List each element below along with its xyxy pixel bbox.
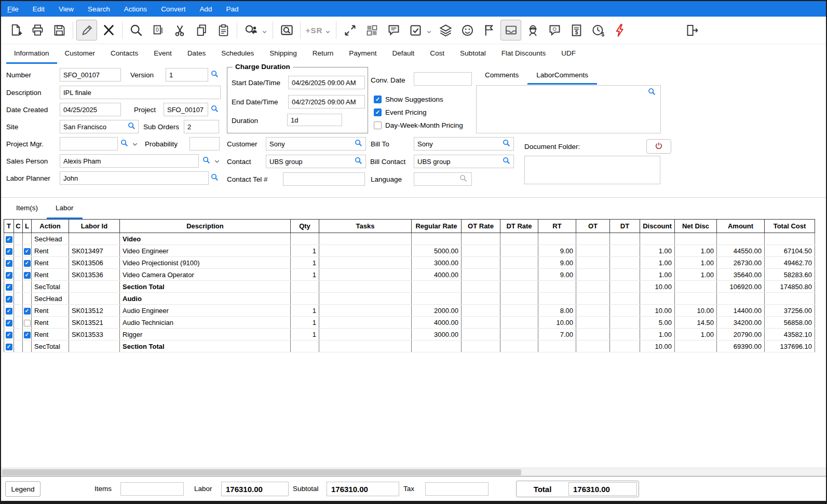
menu-actions[interactable]: Actions: [124, 5, 147, 13]
column-header-dt-rate[interactable]: DT Rate: [500, 220, 538, 233]
l-checkbox[interactable]: ✓: [24, 272, 31, 279]
cut-icon[interactable]: [169, 20, 190, 40]
chevron-down-icon[interactable]: [324, 28, 332, 36]
project-mgr-search-icon[interactable]: [120, 139, 129, 148]
t-checkbox[interactable]: ✓: [6, 260, 12, 267]
description-field[interactable]: [60, 86, 221, 99]
table-row[interactable]: ✓SecTotalSection Total10.0069390.0013769…: [4, 340, 815, 352]
column-header-description[interactable]: Description: [120, 220, 291, 233]
labor-comments-textarea[interactable]: [476, 85, 661, 133]
l-checkbox[interactable]: [24, 320, 31, 326]
customer-field[interactable]: [266, 137, 366, 151]
tab-contacts[interactable]: Contacts: [103, 44, 146, 64]
invoice-icon[interactable]: $: [566, 20, 587, 40]
menu-pad[interactable]: Pad: [226, 5, 238, 13]
comments-tab-laborcomments[interactable]: LaborComments: [527, 68, 597, 85]
subtab-item-s[interactable]: Item(s): [7, 198, 47, 219]
checkbox-box[interactable]: [374, 121, 382, 129]
project-mgr-chevron-down-icon[interactable]: [130, 140, 140, 149]
search-person-icon[interactable]: [240, 20, 261, 40]
menu-search[interactable]: Search: [88, 5, 110, 13]
chat-icon[interactable]: O: [544, 20, 565, 40]
t-checkbox[interactable]: ✓: [6, 308, 12, 315]
calendar-check-icon[interactable]: [405, 20, 426, 40]
tab-information[interactable]: Information: [6, 44, 57, 64]
site-search-icon[interactable]: [127, 121, 137, 131]
tab-payment[interactable]: Payment: [341, 44, 384, 64]
column-header-c[interactable]: C: [14, 220, 23, 233]
exit-icon[interactable]: [682, 20, 702, 40]
scrollbar-thumb[interactable]: [2, 469, 521, 475]
version-search-icon[interactable]: [210, 70, 220, 79]
column-header-labor-id[interactable]: Labor Id: [69, 220, 120, 233]
document-folder-button[interactable]: [646, 139, 671, 154]
comments-search-icon[interactable]: [647, 87, 657, 97]
project-mgr-field[interactable]: [60, 137, 118, 151]
t-checkbox[interactable]: ✓: [6, 332, 12, 338]
duration-field[interactable]: [287, 114, 342, 126]
clock-dollar-icon[interactable]: $: [588, 20, 608, 40]
t-checkbox[interactable]: ✓: [6, 272, 12, 279]
sales-person-field[interactable]: [60, 154, 199, 168]
tab-udf[interactable]: UDF: [553, 44, 584, 64]
column-header-total-cost[interactable]: Total Cost: [765, 220, 815, 233]
table-row[interactable]: ✓SecHeadAudio: [4, 293, 815, 305]
t-checkbox[interactable]: ✓: [6, 248, 12, 255]
column-header-regular-rate[interactable]: Regular Rate: [412, 220, 462, 233]
tab-dates[interactable]: Dates: [180, 44, 213, 64]
horizontal-scrollbar[interactable]: [1, 468, 826, 476]
t-checkbox[interactable]: ✓: [6, 320, 12, 326]
probability-field[interactable]: [189, 137, 220, 151]
print-icon[interactable]: [27, 20, 48, 40]
column-header-t[interactable]: T: [4, 220, 14, 233]
add-sr-button[interactable]: +SR: [304, 20, 324, 40]
lightning-icon[interactable]: [609, 20, 630, 40]
sub-orders-field[interactable]: [184, 120, 219, 133]
menu-view[interactable]: View: [59, 5, 74, 13]
start-datetime-field[interactable]: [288, 76, 365, 89]
l-checkbox[interactable]: ✓: [24, 308, 31, 315]
chevron-down-icon[interactable]: [261, 28, 268, 36]
subtab-labor[interactable]: Labor: [47, 198, 83, 219]
menu-add[interactable]: Add: [199, 5, 212, 13]
chevron-down-icon[interactable]: [425, 28, 433, 36]
checkbox-event-pricing[interactable]: ✓Event Pricing: [374, 108, 427, 116]
flag-icon[interactable]: [479, 20, 499, 40]
column-header-net-disc[interactable]: Net Disc: [675, 220, 717, 233]
tab-subtotal[interactable]: Subtotal: [452, 44, 494, 64]
checkbox-box[interactable]: ✓: [374, 108, 382, 116]
tray-icon[interactable]: [500, 20, 521, 40]
sales-person-search-icon[interactable]: [202, 156, 211, 165]
t-checkbox[interactable]: ✓: [6, 344, 12, 350]
t-checkbox[interactable]: ✓: [6, 284, 12, 291]
tab-default[interactable]: Default: [385, 44, 423, 64]
labor-planner-search-icon[interactable]: [210, 173, 220, 182]
conv-date-field[interactable]: [414, 72, 472, 86]
legend-button[interactable]: Legend: [5, 481, 40, 497]
column-header-amount[interactable]: Amount: [717, 220, 765, 233]
menu-edit[interactable]: Edit: [33, 5, 45, 13]
edit-pencil-icon[interactable]: [76, 20, 97, 40]
bill-contact-field[interactable]: [414, 155, 514, 168]
bill-to-search-icon[interactable]: [502, 139, 511, 148]
column-header-l[interactable]: L: [23, 220, 32, 233]
labor-planner-field[interactable]: [60, 171, 209, 185]
project-field[interactable]: [164, 103, 208, 116]
tab-customer[interactable]: Customer: [57, 44, 103, 64]
column-header-rt[interactable]: RT: [538, 220, 576, 233]
menu-file[interactable]: File: [7, 5, 19, 13]
column-header-action[interactable]: Action: [32, 220, 69, 233]
table-row[interactable]: ✓SecHeadVideo: [4, 233, 815, 245]
search-icon[interactable]: [126, 20, 146, 40]
column-header-ot-rate[interactable]: OT Rate: [462, 220, 500, 233]
end-datetime-field[interactable]: [288, 95, 365, 108]
t-checkbox[interactable]: ✓: [6, 296, 12, 303]
comment-icon[interactable]: [383, 20, 404, 40]
column-header-discount[interactable]: Discount: [640, 220, 675, 233]
date-created-field[interactable]: [60, 103, 121, 116]
smiley-icon[interactable]: [457, 20, 478, 40]
table-row[interactable]: ✓✓RentSK013497Video Engineer15000.009.00…: [4, 245, 815, 257]
bill-to-field[interactable]: [414, 137, 514, 151]
comments-tab-comments[interactable]: Comments: [476, 68, 527, 85]
contact-field[interactable]: [266, 155, 366, 168]
